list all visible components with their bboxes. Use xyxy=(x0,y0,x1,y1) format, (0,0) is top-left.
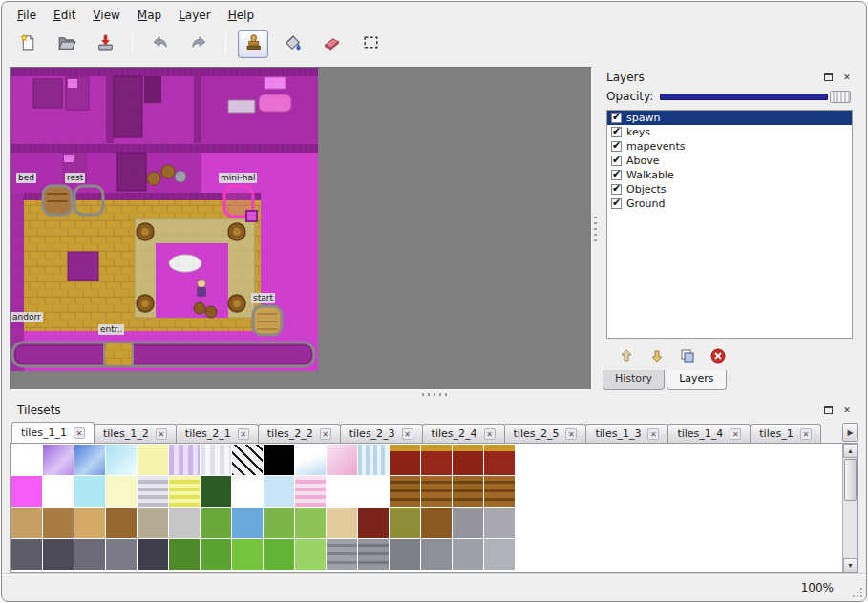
redo-button[interactable] xyxy=(183,30,214,58)
tileset-tile[interactable] xyxy=(169,445,200,475)
tileset-tile[interactable] xyxy=(43,476,74,507)
delete-layer-button[interactable] xyxy=(708,346,729,367)
tileset-tab[interactable]: tiles_1_3 xyxy=(585,424,668,443)
tileset-tile[interactable] xyxy=(43,539,74,570)
tileset-tile[interactable] xyxy=(390,539,420,570)
tileset-tab[interactable]: tiles_1 xyxy=(750,424,820,443)
tileset-tile[interactable] xyxy=(43,508,74,538)
tileset-tab[interactable]: tiles_2_1 xyxy=(176,424,259,443)
menu-edit[interactable]: Edit xyxy=(46,7,83,24)
opacity-slider[interactable] xyxy=(660,91,851,103)
tileset-tile[interactable] xyxy=(421,445,452,475)
tileset-tile[interactable] xyxy=(106,539,137,570)
tileset-tile[interactable] xyxy=(232,539,263,570)
tab-close-icon[interactable] xyxy=(320,428,331,440)
tileset-tab[interactable]: tiles_1_1 xyxy=(11,422,95,444)
tileset-tile[interactable] xyxy=(201,445,231,475)
layer-row[interactable]: keys xyxy=(607,125,852,139)
layer-visibility-checkbox[interactable] xyxy=(611,198,622,209)
tileset-tile[interactable] xyxy=(264,476,294,507)
tileset-tile[interactable] xyxy=(327,508,357,538)
menu-file[interactable]: File xyxy=(10,7,44,24)
scroll-thumb[interactable] xyxy=(844,459,857,501)
tileset-tile[interactable] xyxy=(327,445,357,475)
tileset-tile[interactable] xyxy=(453,476,483,507)
tileset-tile[interactable] xyxy=(74,476,105,507)
tileset-tab[interactable]: tiles_2_3 xyxy=(340,424,423,443)
tab-layers[interactable]: Layers xyxy=(667,370,726,390)
tileset-tile[interactable] xyxy=(358,508,389,538)
lower-layer-button[interactable] xyxy=(646,346,667,367)
tab-close-icon[interactable] xyxy=(730,428,741,440)
duplicate-layer-button[interactable] xyxy=(677,346,698,367)
scroll-down-button[interactable] xyxy=(843,558,857,572)
scroll-tabs-right-button[interactable] xyxy=(842,423,858,442)
tileset-tile[interactable] xyxy=(74,508,105,538)
tileset-view[interactable] xyxy=(10,444,858,573)
tileset-tile[interactable] xyxy=(106,445,137,475)
tileset-tile[interactable] xyxy=(201,508,231,538)
scroll-track[interactable] xyxy=(843,502,857,558)
menu-help[interactable]: Help xyxy=(221,7,262,24)
tileset-tile[interactable] xyxy=(138,476,168,507)
tileset-tile[interactable] xyxy=(453,539,483,570)
tileset-tile[interactable] xyxy=(11,508,42,538)
tileset-tab[interactable]: tiles_2_5 xyxy=(504,424,587,443)
tab-close-icon[interactable] xyxy=(74,427,85,439)
resize-grip[interactable] xyxy=(851,586,863,598)
tileset-tile[interactable] xyxy=(201,476,231,507)
tileset-tile[interactable] xyxy=(264,445,294,475)
tab-history[interactable]: History xyxy=(603,370,665,390)
tileset-tile[interactable] xyxy=(264,508,294,538)
scroll-up-button[interactable] xyxy=(843,444,857,458)
tileset-tile[interactable] xyxy=(421,539,452,570)
menu-map[interactable]: Map xyxy=(130,7,169,24)
tileset-tile[interactable] xyxy=(74,539,105,570)
tileset-tile[interactable] xyxy=(295,476,326,507)
layer-row[interactable]: spawn xyxy=(607,111,852,125)
tileset-tile[interactable] xyxy=(390,476,420,507)
tab-close-icon[interactable] xyxy=(238,428,249,440)
tileset-tile[interactable] xyxy=(390,508,420,538)
tileset-tab[interactable]: tiles_1_2 xyxy=(94,424,177,443)
vertical-splitter[interactable] xyxy=(592,67,599,390)
tileset-tile[interactable] xyxy=(264,539,294,570)
tileset-tile[interactable] xyxy=(169,508,200,538)
map-canvas[interactable]: bed rest mini-hal start entr.. andorr xyxy=(11,68,318,371)
tileset-tile[interactable] xyxy=(484,476,515,507)
tileset-tab[interactable]: tiles_1_4 xyxy=(667,424,751,443)
float-panel-button[interactable] xyxy=(820,71,836,85)
new-map-button[interactable] xyxy=(11,30,42,58)
layer-row[interactable]: mapevents xyxy=(607,139,852,154)
tileset-tile[interactable] xyxy=(169,539,200,570)
tab-close-icon[interactable] xyxy=(402,428,413,440)
open-button[interactable] xyxy=(51,30,81,58)
tileset-tile[interactable] xyxy=(295,445,326,475)
tileset-tile[interactable] xyxy=(484,539,515,570)
horizontal-splitter[interactable] xyxy=(2,390,866,400)
tileset-tile[interactable] xyxy=(138,508,168,538)
tileset-tile[interactable] xyxy=(43,445,74,475)
tileset-tile[interactable] xyxy=(453,445,483,475)
eraser-button[interactable] xyxy=(316,30,347,58)
tileset-tile[interactable] xyxy=(327,476,357,507)
tab-close-icon[interactable] xyxy=(800,428,812,440)
tileset-tile[interactable] xyxy=(295,508,326,538)
tileset-tile[interactable] xyxy=(295,539,326,570)
layer-list[interactable]: spawn keys mapevents Above Walkable xyxy=(606,110,853,339)
tileset-tile[interactable] xyxy=(453,508,483,538)
layer-row[interactable]: Ground xyxy=(607,197,852,211)
close-panel-button[interactable] xyxy=(839,71,855,85)
tileset-tile[interactable] xyxy=(421,476,452,507)
tileset-tile[interactable] xyxy=(232,445,263,475)
tileset-tile[interactable] xyxy=(169,476,200,507)
tileset-tile[interactable] xyxy=(11,476,42,507)
tileset-tile[interactable] xyxy=(138,445,168,475)
tab-close-icon[interactable] xyxy=(647,428,659,440)
tileset-tile[interactable] xyxy=(106,508,137,538)
tileset-tile[interactable] xyxy=(232,508,263,538)
layer-visibility-checkbox[interactable] xyxy=(611,170,622,180)
tileset-tile[interactable] xyxy=(232,476,263,507)
layer-visibility-checkbox[interactable] xyxy=(611,127,622,137)
tileset-tile[interactable] xyxy=(11,539,42,570)
